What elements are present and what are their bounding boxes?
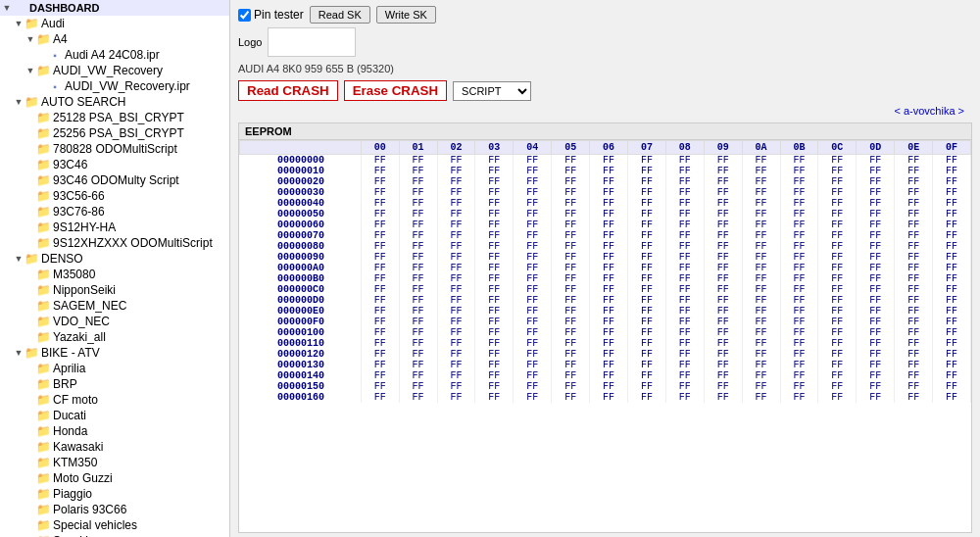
write-sk-button[interactable]: Write SK — [376, 6, 436, 24]
expand-icon — [25, 283, 35, 297]
tree-item-m35080[interactable]: 📁M35080 — [0, 267, 229, 282]
tree-item-suzuki[interactable]: 📁Suzuki — [0, 533, 229, 537]
hex-cell: FF — [399, 338, 437, 349]
erase-crash-button[interactable]: Erase CRASH — [344, 80, 447, 101]
hex-cell: FF — [399, 284, 437, 295]
hex-cell: FF — [437, 317, 475, 327]
hex-cell: FF — [780, 252, 818, 263]
tree-item-9s12hy[interactable]: 📁9S12HY-HA — [0, 220, 229, 235]
hex-cell: FF — [818, 230, 857, 241]
read-sk-button[interactable]: Read SK — [310, 6, 370, 24]
hex-cell: FF — [895, 241, 933, 252]
table-row: 00000100FFFFFFFFFFFFFFFFFFFFFFFFFFFFFFFF — [240, 327, 971, 338]
hex-cell: FF — [742, 187, 780, 198]
hex-cell: FF — [475, 155, 514, 167]
tree-item-audi_a4_file[interactable]: ▪Audi A4 24C08.ipr — [0, 47, 229, 63]
tree-item-25256[interactable]: 📁25256 PSA_BSI_CRYPT — [0, 125, 229, 141]
tree-item-93c46_odo[interactable]: 📁93C46 ODOMulty Script — [0, 172, 229, 188]
tree-item-kawasaki[interactable]: 📁Kawasaki — [0, 439, 229, 455]
tree-item-moto_guzzi[interactable]: 📁Moto Guzzi — [0, 470, 229, 486]
tree-item-yazaki[interactable]: 📁Yazaki_all — [0, 329, 229, 345]
tree-item-special_vehicles[interactable]: 📁Special vehicles — [0, 517, 229, 533]
hex-cell: FF — [475, 349, 514, 360]
hex-cell: FF — [552, 220, 590, 230]
user-link[interactable]: < a-vovchika > — [894, 105, 964, 117]
tree-item-vdo_nec[interactable]: 📁VDO_NEC — [0, 314, 229, 329]
hex-cell: FF — [627, 360, 665, 370]
tree-item-label: Moto Guzzi — [53, 471, 113, 485]
tree-item-honda[interactable]: 📁Honda — [0, 423, 229, 439]
hex-cell: FF — [780, 370, 818, 381]
table-row: 000000D0FFFFFFFFFFFFFFFFFFFFFFFFFFFFFFFF — [240, 295, 971, 306]
pin-tester-checkbox[interactable] — [238, 9, 251, 22]
tree-item-audi_vw_recovery_file[interactable]: ▪AUDI_VW_Recovery.ipr — [0, 78, 229, 94]
tree-item-93c76[interactable]: 📁93C76-86 — [0, 204, 229, 220]
tree-item-93c46[interactable]: 📁93C46 — [0, 157, 229, 172]
tree-item-780828[interactable]: 📁780828 ODOMultiScript — [0, 141, 229, 157]
hex-cell: FF — [704, 360, 742, 370]
tree-item-dashboard[interactable]: ▼DASHBOARD — [0, 0, 229, 16]
hex-cell: FF — [742, 381, 780, 392]
tree-item-brp[interactable]: 📁BRP — [0, 376, 229, 392]
hex-col-header: 06 — [590, 141, 628, 155]
hex-cell: FF — [361, 176, 399, 187]
hex-cell: FF — [437, 166, 475, 176]
hex-address: 00000090 — [240, 252, 362, 263]
tree-item-9s12xhz[interactable]: 📁9S12XHZXXX ODOMultiScript — [0, 235, 229, 251]
hex-cell: FF — [665, 155, 704, 167]
hex-cell: FF — [399, 295, 437, 306]
hex-cell: FF — [857, 317, 895, 327]
tree-item-a4[interactable]: ▼📁A4 — [0, 31, 229, 47]
tree-item-label: 780828 ODOMultiScript — [53, 142, 177, 156]
hex-cell: FF — [895, 327, 933, 338]
hex-cell: FF — [552, 370, 590, 381]
tree-item-ktm350[interactable]: 📁KTM350 — [0, 455, 229, 470]
hex-cell: FF — [627, 317, 665, 327]
folder-icon: 📁 — [24, 346, 39, 360]
folder-icon: 📁 — [35, 409, 51, 422]
tree-item-audi_vw_recovery[interactable]: ▼📁AUDI_VW_Recovery — [0, 63, 229, 78]
expand-icon — [25, 518, 35, 532]
script-select[interactable]: SCRIPT — [453, 81, 531, 101]
hex-address: 00000060 — [240, 220, 362, 230]
hex-cell: FF — [704, 327, 742, 338]
hex-cell: FF — [742, 263, 780, 273]
hex-cell: FF — [399, 327, 437, 338]
hex-cell: FF — [933, 392, 971, 403]
hex-cell: FF — [780, 381, 818, 392]
hex-cell: FF — [514, 220, 552, 230]
tree-item-sagem_nec[interactable]: 📁SAGEM_NEC — [0, 298, 229, 314]
hex-cell: FF — [552, 349, 590, 360]
hex-cell: FF — [665, 349, 704, 360]
pin-tester-label[interactable]: Pin tester — [238, 8, 304, 22]
tree-item-polaris[interactable]: 📁Polaris 93C66 — [0, 502, 229, 517]
hex-cell: FF — [437, 241, 475, 252]
hex-cell: FF — [552, 327, 590, 338]
hex-cell: FF — [933, 317, 971, 327]
expand-icon — [25, 330, 35, 344]
read-crash-button[interactable]: Read CRASH — [238, 80, 338, 101]
hex-cell: FF — [857, 306, 895, 317]
tree-item-denso[interactable]: ▼📁DENSO — [0, 251, 229, 267]
tree-item-93c56[interactable]: 📁93C56-66 — [0, 188, 229, 204]
folder-icon: 📁 — [35, 518, 51, 532]
hex-cell: FF — [742, 209, 780, 220]
tree-item-audi[interactable]: ▼📁Audi — [0, 16, 229, 31]
hex-address: 000000F0 — [240, 317, 362, 327]
tree-item-piaggio[interactable]: 📁Piaggio — [0, 486, 229, 502]
file-tree[interactable]: ▼DASHBOARD▼📁Audi▼📁A4▪Audi A4 24C08.ipr▼📁… — [0, 0, 230, 537]
tree-item-25128[interactable]: 📁25128 PSA_BSI_CRYPT — [0, 110, 229, 125]
hex-cell: FF — [857, 370, 895, 381]
hex-cell: FF — [399, 230, 437, 241]
tree-item-bike_atv[interactable]: ▼📁BIKE - ATV — [0, 345, 229, 361]
tree-item-cf_moto[interactable]: 📁CF moto — [0, 392, 229, 408]
eeprom-content[interactable]: 000102030405060708090A0B0C0D0E0F 0000000… — [239, 140, 971, 532]
expand-icon — [25, 503, 35, 516]
hex-cell: FF — [475, 176, 514, 187]
tree-item-nipponseiki[interactable]: 📁NipponSeiki — [0, 282, 229, 298]
tree-item-ducati[interactable]: 📁Ducati — [0, 408, 229, 423]
logo-display — [268, 27, 356, 57]
root-icon — [12, 1, 27, 15]
tree-item-auto_search[interactable]: ▼📁AUTO SEARCH — [0, 94, 229, 110]
tree-item-aprilia[interactable]: 📁Aprilia — [0, 361, 229, 376]
